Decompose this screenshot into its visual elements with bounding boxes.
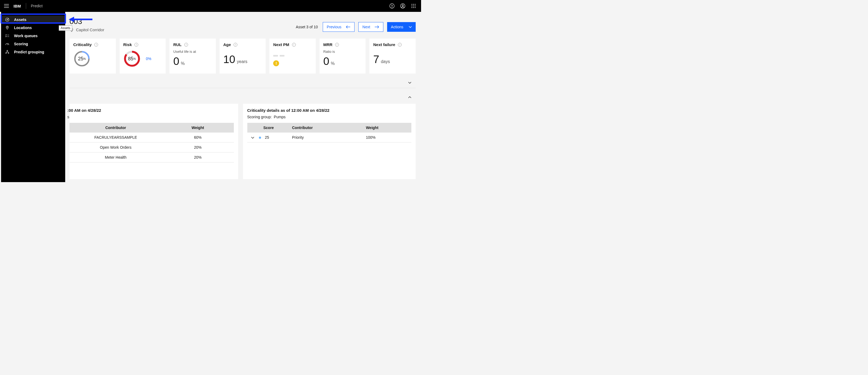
sidebar-item-label: Locations bbox=[14, 26, 32, 30]
sidebar-item-assets[interactable]: Assets bbox=[1, 15, 65, 24]
actions-button[interactable]: Actions bbox=[387, 22, 416, 32]
sidebar-item-label: Scoring bbox=[14, 42, 28, 46]
age-value: 10 bbox=[223, 54, 236, 65]
svg-point-20 bbox=[7, 27, 8, 28]
age-card[interactable]: Age i 10 years bbox=[220, 38, 266, 73]
gauge-icon bbox=[5, 17, 10, 22]
svg-point-9 bbox=[414, 5, 415, 6]
risk-value: 85 bbox=[128, 56, 133, 62]
table-row[interactable]: Open Work Orders 20% bbox=[69, 143, 234, 153]
table-header-row: Contributor Weight bbox=[69, 123, 234, 132]
left-panel-title-fragment: :00 AM on 4/28/22 bbox=[67, 108, 232, 113]
page-title: 003 bbox=[69, 18, 296, 25]
age-title: Age bbox=[223, 42, 231, 47]
info-icon[interactable]: i bbox=[94, 43, 98, 46]
scoring-group-label: Scoring group: bbox=[247, 115, 272, 119]
svg-point-22 bbox=[6, 53, 6, 53]
warning-icon: ! bbox=[273, 60, 279, 66]
score-dot-icon bbox=[259, 136, 261, 139]
location-name: Capitol Corridor bbox=[76, 28, 104, 32]
risk-card[interactable]: Risk i 85% 0% bbox=[120, 38, 166, 73]
score-value: 25 bbox=[265, 135, 269, 139]
mrr-value: 0 bbox=[323, 56, 329, 66]
svg-point-11 bbox=[413, 7, 414, 8]
rul-value: 0 bbox=[173, 56, 179, 66]
hierarchy-icon bbox=[5, 50, 10, 55]
previous-button-label: Previous bbox=[327, 25, 341, 29]
svg-point-21 bbox=[7, 50, 7, 51]
row-expand-chevron[interactable] bbox=[251, 136, 254, 139]
svg-point-8 bbox=[413, 5, 414, 6]
user-icon bbox=[400, 3, 405, 9]
info-icon[interactable]: i bbox=[335, 43, 339, 46]
svg-point-6 bbox=[414, 4, 415, 5]
sidebar-item-locations[interactable]: Locations bbox=[1, 24, 65, 32]
arrow-left-icon bbox=[346, 25, 350, 29]
svg-point-19 bbox=[7, 19, 8, 20]
next-failure-card[interactable]: Next failure i 7 days bbox=[369, 38, 416, 73]
next-failure-unit: days bbox=[381, 60, 390, 64]
svg-point-23 bbox=[8, 53, 9, 53]
rul-card[interactable]: RUL i Useful life is at 0 % bbox=[169, 38, 216, 73]
sidebar-item-work-queues[interactable]: Work queues bbox=[1, 32, 65, 40]
app-grid-icon bbox=[411, 3, 416, 8]
criticality-card[interactable]: Criticality i 25% bbox=[69, 38, 116, 73]
chevron-down-icon[interactable] bbox=[408, 81, 412, 85]
risk-ring: 85% bbox=[123, 50, 141, 67]
svg-point-1 bbox=[392, 7, 392, 7]
table-row[interactable]: FACRULYEARSSAMPLE 60% bbox=[69, 132, 234, 143]
actions-button-label: Actions bbox=[391, 25, 403, 29]
info-icon[interactable]: i bbox=[292, 43, 296, 46]
sidebar-item-label: Assets bbox=[14, 18, 26, 22]
section-strip-2[interactable] bbox=[69, 92, 416, 103]
sidebar-item-label: Predict grouping bbox=[14, 50, 44, 54]
rul-title: RUL bbox=[173, 42, 182, 47]
scoring-group-value: Pumps bbox=[274, 115, 285, 119]
location-row: Capitol Corridor bbox=[69, 28, 296, 32]
criticality-value: 25 bbox=[78, 56, 84, 62]
sidebar-item-label: Work queues bbox=[14, 34, 38, 38]
next-pm-card[interactable]: Next PM i ! bbox=[270, 38, 316, 73]
table-header-row: Score Contributor Weight bbox=[247, 123, 412, 132]
criticality-ring: 25% bbox=[73, 50, 91, 67]
right-panel-title: Criticality details as of 12:00 AM on 4/… bbox=[247, 108, 412, 113]
info-icon[interactable]: i bbox=[184, 43, 188, 46]
app-switcher-button[interactable] bbox=[408, 0, 419, 12]
sidebar-item-scoring[interactable]: Scoring bbox=[1, 40, 65, 48]
section-strip-1[interactable] bbox=[69, 77, 416, 88]
next-failure-value: 7 bbox=[373, 54, 379, 65]
next-button[interactable]: Next bbox=[358, 22, 383, 32]
info-icon[interactable]: i bbox=[398, 43, 402, 46]
health-contributor-table: Contributor Weight FACRULYEARSSAMPLE 60%… bbox=[69, 123, 234, 162]
chevron-up-icon[interactable] bbox=[408, 95, 412, 99]
location-pin-icon bbox=[69, 28, 74, 32]
risk-title: Risk bbox=[123, 42, 132, 47]
col-weight: Weight bbox=[362, 123, 411, 132]
next-pm-title: Next PM bbox=[273, 42, 289, 47]
hamburger-menu-button[interactable] bbox=[2, 2, 11, 10]
svg-point-7 bbox=[411, 5, 412, 6]
help-button[interactable] bbox=[386, 0, 397, 12]
previous-button[interactable]: Previous bbox=[323, 22, 354, 32]
col-weight: Weight bbox=[162, 123, 234, 132]
health-details-panel: :00 AM on 4/28/22 s Contributor Weight F… bbox=[69, 104, 238, 179]
product-name: Predict bbox=[26, 4, 43, 8]
criticality-contributor-table: Score Contributor Weight 25 bbox=[247, 123, 412, 143]
info-icon[interactable]: i bbox=[234, 43, 237, 46]
table-row[interactable]: 25 Priority 100% bbox=[247, 132, 412, 143]
hamburger-icon bbox=[4, 4, 9, 8]
mrr-card[interactable]: MRR i Ratio is 0 % bbox=[319, 38, 366, 73]
svg-point-12 bbox=[414, 7, 415, 8]
info-icon[interactable]: i bbox=[134, 43, 138, 46]
user-profile-button[interactable] bbox=[397, 0, 408, 12]
mrr-subtitle: Ratio is bbox=[323, 50, 362, 54]
checklist-icon bbox=[5, 33, 10, 38]
col-contributor: Contributor bbox=[69, 123, 162, 132]
mrr-title: MRR bbox=[323, 42, 333, 47]
age-unit: years bbox=[237, 60, 247, 64]
location-pin-icon bbox=[5, 25, 10, 30]
svg-point-3 bbox=[402, 5, 403, 6]
sidebar-item-predict-grouping[interactable]: Predict grouping bbox=[1, 48, 65, 56]
col-score: Score bbox=[247, 123, 288, 132]
table-row[interactable]: Meter Health 20% bbox=[69, 153, 234, 162]
